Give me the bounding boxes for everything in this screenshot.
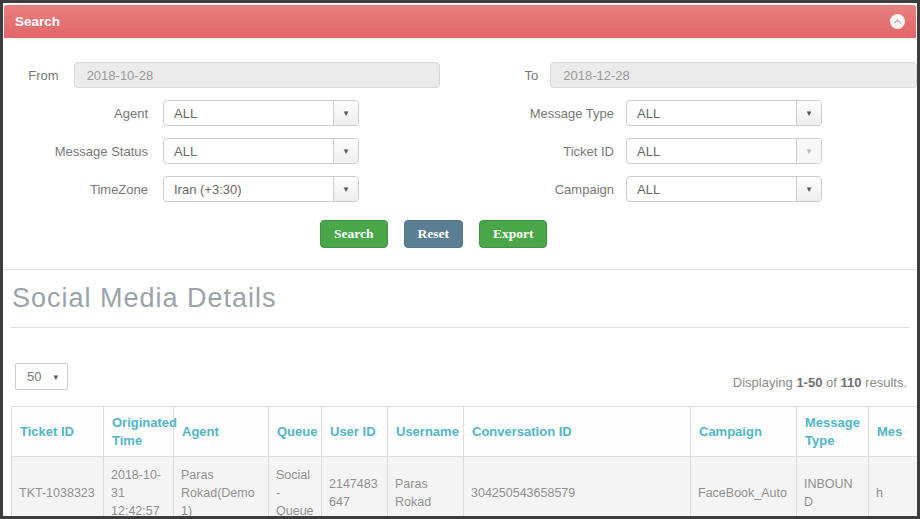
column-header-8[interactable]: Message Type — [797, 407, 869, 457]
app-window: Search From To Agent ALL ▾ Message Type — [0, 0, 920, 519]
campaign-label: Campaign — [359, 182, 614, 197]
results-middle: of — [822, 375, 840, 390]
ticket-id-select-value: ALL — [627, 144, 660, 159]
results-prefix: Displaying — [733, 375, 797, 390]
ticket-id-label: Ticket ID — [359, 144, 614, 159]
caret-down-icon: ▾ — [333, 177, 358, 201]
form-row-timezone-campaign: TimeZone Iran (+3:30) ▾ Campaign ALL ▾ — [3, 176, 917, 202]
export-button[interactable]: Export — [479, 220, 548, 248]
column-header-1[interactable]: Originated Time — [104, 407, 174, 457]
results-suffix: results. — [861, 375, 907, 390]
results-table: Ticket IDOriginated TimeAgentQueueUser I… — [11, 406, 917, 519]
to-label: To — [440, 68, 538, 83]
column-header-0[interactable]: Ticket ID — [12, 407, 104, 457]
collapse-panel-button[interactable] — [890, 14, 905, 29]
campaign-select[interactable]: ALL ▾ — [626, 176, 822, 202]
details-section: Social Media Details 50 ▾ Displaying 1-5… — [3, 283, 917, 519]
form-row-dates: From To — [3, 62, 917, 88]
caret-down-icon: ▾ — [796, 139, 821, 163]
table-row[interactable]: TKT-10383232018-10-31 12:42:57Paras Roka… — [12, 457, 918, 519]
table-cell-7: FaceBook_Auto — [691, 457, 797, 519]
campaign-select-value: ALL — [627, 182, 660, 197]
message-status-select[interactable]: ALL ▾ — [163, 138, 359, 164]
results-count-text: Displaying 1-50 of 110 results. — [733, 375, 907, 390]
form-buttons: Search Reset Export — [320, 220, 917, 269]
column-header-9[interactable]: Mes — [869, 407, 918, 457]
to-date-input[interactable] — [550, 62, 917, 88]
timezone-select-value: Iran (+3:30) — [164, 182, 242, 197]
results-range: 1-50 — [796, 375, 822, 390]
timezone-select[interactable]: Iran (+3:30) ▾ — [163, 176, 359, 202]
caret-down-icon: ▾ — [333, 101, 358, 125]
table-controls: 50 ▾ Displaying 1-50 of 110 results. — [15, 363, 907, 390]
table-cell-3: Social-Queue — [269, 457, 322, 519]
column-header-3[interactable]: Queue — [269, 407, 322, 457]
caret-down-icon: ▾ — [53, 372, 67, 382]
chevron-up-icon — [894, 19, 901, 26]
table-cell-6: 304250543658579 — [464, 457, 691, 519]
table-body: TKT-10383232018-10-31 12:42:57Paras Roka… — [12, 457, 918, 519]
from-label: From — [3, 68, 59, 83]
agent-label: Agent — [3, 106, 148, 121]
message-status-select-value: ALL — [164, 144, 197, 159]
caret-down-icon: ▾ — [796, 101, 821, 125]
search-panel: Search From To Agent ALL ▾ Message Type — [3, 5, 917, 270]
section-divider — [11, 327, 909, 328]
column-header-7[interactable]: Campaign — [691, 407, 797, 457]
caret-down-icon: ▾ — [796, 177, 821, 201]
results-table-container: Ticket IDOriginated TimeAgentQueueUser I… — [11, 406, 917, 519]
reset-button[interactable]: Reset — [404, 220, 463, 248]
form-row-status-ticket: Message Status ALL ▾ Ticket ID ALL ▾ — [3, 138, 917, 164]
column-header-2[interactable]: Agent — [174, 407, 269, 457]
search-panel-title: Search — [15, 14, 60, 29]
page-size-select[interactable]: 50 ▾ — [15, 363, 68, 390]
table-cell-0: TKT-1038323 — [12, 457, 104, 519]
column-header-5[interactable]: Username — [388, 407, 464, 457]
column-header-4[interactable]: User ID — [322, 407, 388, 457]
agent-select-value: ALL — [164, 106, 197, 121]
table-cell-2: Paras Rokad(Demo1) — [174, 457, 269, 519]
message-type-select[interactable]: ALL ▾ — [626, 100, 822, 126]
message-type-select-value: ALL — [627, 106, 660, 121]
search-panel-header: Search — [4, 5, 916, 38]
table-cell-5: Paras Rokad — [388, 457, 464, 519]
message-status-label: Message Status — [3, 144, 148, 159]
search-button[interactable]: Search — [320, 220, 388, 248]
table-cell-8: INBOUND — [797, 457, 869, 519]
message-type-label: Message Type — [359, 106, 614, 121]
table-cell-9: h — [869, 457, 918, 519]
section-title: Social Media Details — [12, 283, 917, 314]
column-header-6[interactable]: Conversation ID — [464, 407, 691, 457]
timezone-label: TimeZone — [3, 182, 148, 197]
from-date-input[interactable] — [74, 62, 441, 88]
table-cell-1: 2018-10-31 12:42:57 — [104, 457, 174, 519]
table-header-row: Ticket IDOriginated TimeAgentQueueUser I… — [12, 407, 918, 457]
agent-select[interactable]: ALL ▾ — [163, 100, 359, 126]
ticket-id-select[interactable]: ALL ▾ — [626, 138, 822, 164]
form-row-agent-msgtype: Agent ALL ▾ Message Type ALL ▾ — [3, 100, 917, 126]
caret-down-icon: ▾ — [333, 139, 358, 163]
page-size-value: 50 — [16, 369, 41, 384]
results-total: 110 — [841, 375, 862, 390]
table-cell-4: 2147483647 — [322, 457, 388, 519]
search-form: From To Agent ALL ▾ Message Type ALL ▾ M… — [3, 38, 917, 270]
